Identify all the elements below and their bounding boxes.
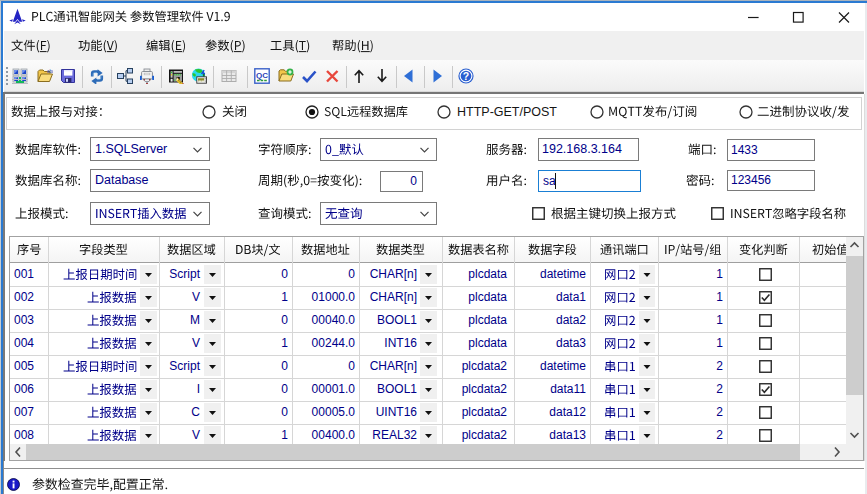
svg-text:QC: QC (256, 71, 268, 80)
svg-text:abc: abc (47, 69, 53, 74)
svg-text:?: ? (463, 70, 469, 82)
